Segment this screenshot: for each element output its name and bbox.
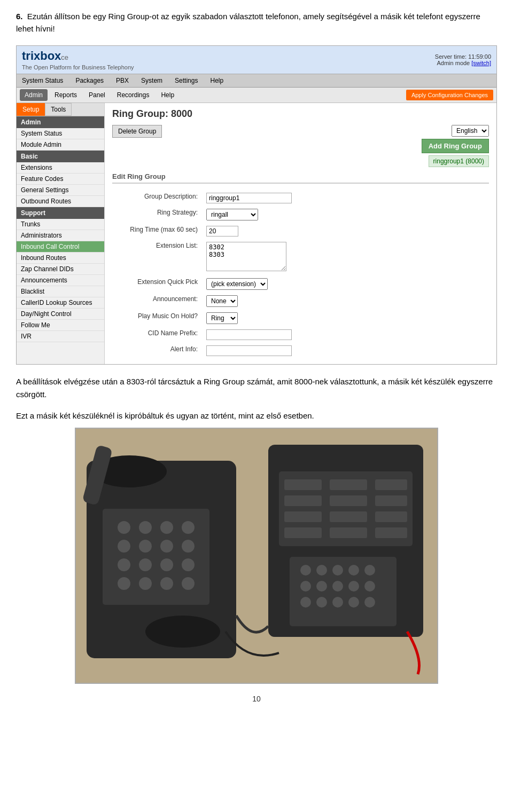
sidebar-item-trunks[interactable]: Trunks bbox=[17, 219, 104, 230]
sidebar-item-follow-me[interactable]: Follow Me bbox=[17, 320, 104, 331]
form-row-extension-quick-pick: Extension Quick Pick (pick extension) bbox=[112, 275, 489, 293]
sidebar-item-outbound-routes[interactable]: Outbound Routes bbox=[17, 196, 104, 207]
svg-point-10 bbox=[139, 540, 152, 553]
sidebar-item-system-status[interactable]: System Status bbox=[17, 128, 104, 139]
admin-mode-text: Admin mode [switch] bbox=[435, 60, 491, 66]
form-row-extension-list: Extension List: 8302 8303 bbox=[112, 239, 489, 275]
svg-point-42 bbox=[300, 581, 311, 592]
left-controls: Delete Group bbox=[112, 125, 162, 138]
form-row-announcement: Announcement: None bbox=[112, 293, 489, 310]
sidebar-item-blacklist[interactable]: Blacklist bbox=[17, 286, 104, 297]
top-nav-settings[interactable]: Settings bbox=[173, 76, 200, 85]
svg-point-44 bbox=[332, 581, 343, 592]
language-dropdown[interactable]: English bbox=[452, 125, 489, 137]
cid-name-input[interactable] bbox=[206, 329, 292, 340]
svg-point-5 bbox=[118, 521, 130, 534]
svg-point-7 bbox=[160, 521, 173, 534]
nav-recordings[interactable]: Recordings bbox=[112, 89, 154, 101]
svg-point-47 bbox=[300, 597, 311, 608]
sidebar: Setup Tools Admin System Status Module A… bbox=[17, 103, 105, 364]
nav-panel[interactable]: Panel bbox=[84, 89, 110, 101]
second-nav: Admin Reports Panel Recordings Help Appl… bbox=[17, 88, 496, 103]
svg-point-40 bbox=[348, 565, 359, 576]
apply-config-button[interactable]: Apply Configuration Changes bbox=[406, 90, 493, 100]
right-panel: English Add Ring Group ringgroup1 (8000) bbox=[422, 125, 489, 167]
svg-point-9 bbox=[118, 540, 130, 553]
svg-rect-26 bbox=[375, 479, 407, 490]
sidebar-tab-setup[interactable]: Setup bbox=[17, 103, 45, 116]
svg-point-8 bbox=[182, 521, 195, 534]
sidebar-item-inbound-call-control[interactable]: Inbound Call Control bbox=[17, 241, 104, 253]
sidebar-item-callerid-lookup[interactable]: CallerID Lookup Sources bbox=[17, 297, 104, 309]
svg-point-45 bbox=[348, 581, 359, 592]
delete-group-button[interactable]: Delete Group bbox=[112, 125, 162, 138]
extension-list-label: Extension List: bbox=[112, 239, 203, 275]
top-nav-pbx[interactable]: PBX bbox=[114, 76, 131, 85]
svg-rect-35 bbox=[375, 527, 407, 538]
svg-rect-27 bbox=[284, 495, 322, 506]
form-row-cid-name: CID Name Prefix: bbox=[112, 327, 489, 343]
sidebar-item-extensions[interactable]: Extensions bbox=[17, 162, 104, 174]
announcement-label: Announcement: bbox=[112, 293, 203, 310]
svg-point-18 bbox=[139, 577, 152, 590]
nav-reports[interactable]: Reports bbox=[50, 89, 82, 101]
ringgroup-item[interactable]: ringgroup1 (8000) bbox=[429, 155, 489, 167]
form-row-alert-info: Alert Info: bbox=[112, 343, 489, 359]
server-time-text: Server time: 11:59:00 bbox=[435, 53, 491, 60]
form-table: Group Description: Ring Strategy: ringal… bbox=[112, 190, 489, 359]
svg-point-48 bbox=[316, 597, 327, 608]
sidebar-item-administrators[interactable]: Administrators bbox=[17, 230, 104, 241]
nav-admin[interactable]: Admin bbox=[20, 89, 48, 101]
top-nav-packages[interactable]: Packages bbox=[73, 76, 106, 85]
sidebar-item-ivr[interactable]: IVR bbox=[17, 331, 104, 342]
extension-quick-pick-label: Extension Quick Pick bbox=[112, 275, 203, 293]
alert-info-input[interactable] bbox=[206, 345, 292, 356]
sidebar-item-module-admin[interactable]: Module Admin bbox=[17, 139, 104, 151]
top-nav-system-status[interactable]: System Status bbox=[20, 76, 65, 85]
extension-list-textarea[interactable]: 8302 8303 bbox=[206, 242, 286, 271]
language-select-area: English bbox=[452, 125, 489, 137]
svg-point-11 bbox=[160, 540, 173, 553]
nav-help[interactable]: Help bbox=[156, 89, 179, 101]
sidebar-section-support: Support bbox=[17, 207, 104, 219]
trixbox-logo-area: trixboxce The Open Platform for Business… bbox=[22, 49, 134, 70]
announcement-select[interactable]: None bbox=[206, 295, 238, 307]
intro-text: Ezután állítson be egy Ring Group-ot az … bbox=[16, 12, 480, 33]
alert-info-label: Alert Info: bbox=[112, 343, 203, 359]
svg-rect-30 bbox=[284, 511, 322, 522]
extension-quick-pick-select[interactable]: (pick extension) bbox=[206, 278, 268, 290]
svg-rect-31 bbox=[330, 511, 367, 522]
sidebar-tab-tools[interactable]: Tools bbox=[45, 103, 72, 116]
phone-image bbox=[75, 428, 438, 684]
svg-point-51 bbox=[364, 597, 375, 608]
play-music-select[interactable]: Ring None bbox=[206, 312, 238, 324]
svg-rect-28 bbox=[330, 495, 367, 506]
ring-time-label: Ring Time (max 60 sec) bbox=[112, 223, 203, 239]
sidebar-item-zap-channel-dids[interactable]: Zap Channel DIDs bbox=[17, 264, 104, 275]
main-area: Setup Tools Admin System Status Module A… bbox=[17, 103, 496, 364]
ring-time-input[interactable] bbox=[206, 226, 238, 236]
svg-point-13 bbox=[118, 558, 130, 571]
sidebar-item-announcements[interactable]: Announcements bbox=[17, 275, 104, 286]
ring-strategy-select[interactable]: ringall hunt memoryhunt bbox=[206, 209, 258, 220]
svg-point-39 bbox=[332, 565, 343, 576]
section-number: 6. bbox=[16, 12, 23, 21]
sidebar-item-day-night[interactable]: Day/Night Control bbox=[17, 309, 104, 320]
svg-rect-4 bbox=[103, 509, 209, 605]
group-description-input[interactable] bbox=[206, 193, 292, 203]
svg-point-50 bbox=[348, 597, 359, 608]
top-controls: Delete Group English Add Ring Group ring… bbox=[112, 125, 489, 167]
intro-paragraph: 6. Ezután állítson be egy Ring Group-ot … bbox=[16, 11, 497, 35]
top-nav-system[interactable]: System bbox=[139, 76, 165, 85]
svg-point-38 bbox=[316, 565, 327, 576]
sidebar-item-feature-codes[interactable]: Feature Codes bbox=[17, 174, 104, 185]
sidebar-section-admin: Admin bbox=[17, 116, 104, 128]
server-time-area: Server time: 11:59:00 Admin mode [switch… bbox=[435, 53, 491, 66]
sidebar-item-inbound-routes[interactable]: Inbound Routes bbox=[17, 253, 104, 264]
add-ring-group-button[interactable]: Add Ring Group bbox=[422, 139, 489, 153]
svg-point-46 bbox=[364, 581, 375, 592]
sidebar-item-general-settings[interactable]: General Settings bbox=[17, 185, 104, 196]
switch-link[interactable]: [switch] bbox=[471, 60, 491, 66]
svg-point-20 bbox=[182, 577, 195, 590]
top-nav-help[interactable]: Help bbox=[208, 76, 226, 85]
